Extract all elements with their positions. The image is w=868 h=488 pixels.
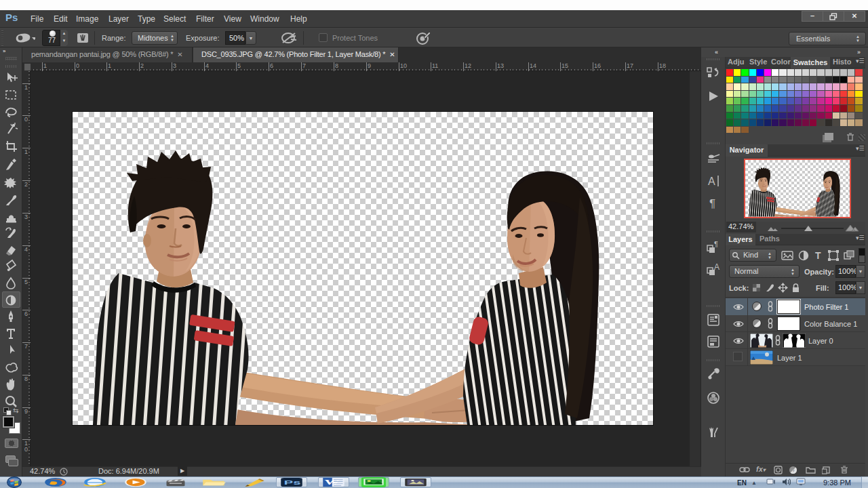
svg-text:Ps: Ps xyxy=(284,480,301,486)
svg-text:A: A xyxy=(714,262,719,272)
svg-text:T: T xyxy=(815,250,821,261)
svg-text:A: A xyxy=(708,176,715,187)
svg-text:¶: ¶ xyxy=(709,197,715,210)
svg-text:¶: ¶ xyxy=(714,240,718,248)
